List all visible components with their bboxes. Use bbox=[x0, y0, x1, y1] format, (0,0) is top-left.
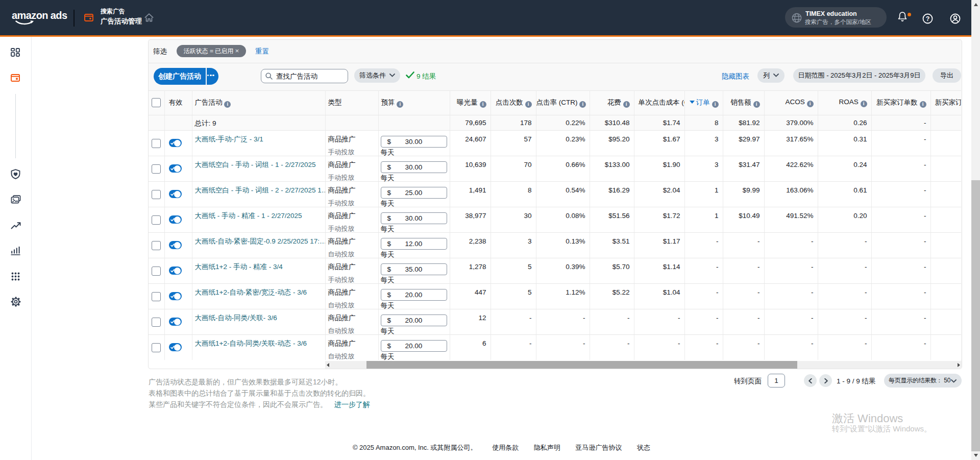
svg-text:?: ? bbox=[926, 15, 930, 22]
